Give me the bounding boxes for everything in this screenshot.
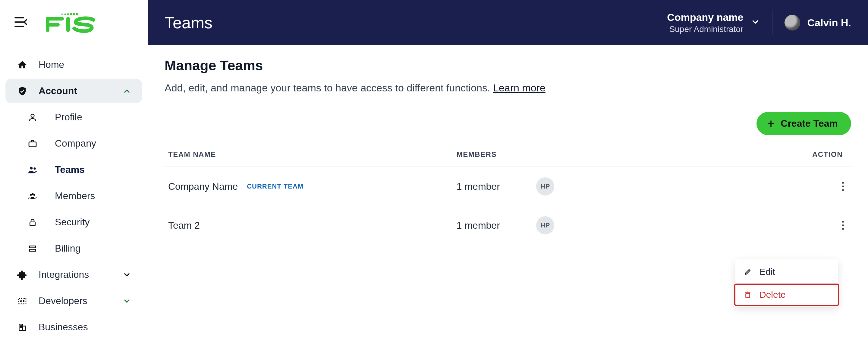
sidebar-item-integrations[interactable]: Integrations bbox=[5, 262, 142, 287]
svg-rect-11 bbox=[29, 142, 36, 147]
main: Teams Company name Super Administrator C… bbox=[148, 0, 868, 362]
sidebar-item-members[interactable]: Members bbox=[5, 184, 142, 208]
svg-point-30 bbox=[842, 189, 844, 191]
menu-collapse-icon bbox=[14, 17, 27, 27]
topbar-title: Teams bbox=[164, 13, 213, 32]
shield-check-icon bbox=[16, 86, 28, 96]
members-count: 1 member bbox=[457, 181, 500, 192]
person-icon bbox=[27, 113, 38, 122]
table-row: Team 2 1 member HP bbox=[164, 206, 851, 245]
chevron-down-icon bbox=[123, 271, 131, 279]
svg-point-3 bbox=[61, 13, 63, 15]
svg-point-10 bbox=[31, 114, 34, 117]
sidebar-item-label: Developers bbox=[38, 295, 87, 306]
svg-point-16 bbox=[32, 193, 34, 195]
svg-point-12 bbox=[30, 167, 33, 169]
avatar bbox=[784, 15, 800, 30]
row-actions-menu: Edit Delete bbox=[735, 259, 838, 306]
briefcase-icon bbox=[27, 139, 38, 148]
svg-rect-19 bbox=[30, 249, 36, 251]
sidebar-item-label: Integrations bbox=[38, 269, 89, 280]
svg-rect-17 bbox=[30, 222, 35, 226]
current-team-badge: CURRENT TEAM bbox=[247, 183, 304, 190]
svg-point-32 bbox=[842, 224, 844, 226]
sidebar-item-businesses[interactable]: Businesses bbox=[5, 315, 142, 339]
svg-point-7 bbox=[73, 13, 75, 16]
user-name: Calvin H. bbox=[807, 17, 851, 29]
col-team-name: TEAM NAME bbox=[164, 142, 453, 167]
chevron-down-icon bbox=[123, 297, 131, 305]
members-count: 1 member bbox=[457, 220, 500, 231]
svg-rect-18 bbox=[30, 246, 36, 248]
member-avatar: HP bbox=[536, 216, 554, 234]
sidebar-item-label: Businesses bbox=[38, 322, 88, 333]
row-actions-button[interactable] bbox=[838, 178, 847, 195]
teams-table: TEAM NAME MEMBERS ACTION Company Name CU… bbox=[164, 142, 851, 245]
puzzle-icon bbox=[16, 270, 28, 280]
svg-point-33 bbox=[842, 228, 844, 230]
chevron-down-icon bbox=[751, 18, 760, 28]
create-team-label: Create Team bbox=[781, 118, 838, 129]
sidebar: Home Account Profile bbox=[0, 0, 148, 362]
plus-icon bbox=[767, 119, 775, 128]
company-switcher[interactable]: Company name Super Administrator bbox=[667, 11, 760, 34]
col-action: ACTION bbox=[769, 142, 851, 167]
svg-rect-22 bbox=[23, 326, 25, 331]
sidebar-item-billing[interactable]: Billing bbox=[5, 236, 142, 261]
svg-point-28 bbox=[842, 182, 844, 184]
trash-icon bbox=[744, 290, 752, 299]
company-name: Company name bbox=[667, 11, 743, 24]
group-icon bbox=[27, 191, 38, 201]
page-subtitle-text: Add, edit, and manage your teams to have… bbox=[164, 82, 493, 93]
content: Manage Teams Add, edit, and manage your … bbox=[148, 45, 868, 257]
svg-point-6 bbox=[70, 13, 72, 15]
home-icon bbox=[16, 60, 28, 70]
svg-point-4 bbox=[64, 13, 66, 15]
sidebar-top bbox=[0, 0, 147, 45]
svg-point-13 bbox=[33, 167, 36, 170]
page-subtitle: Add, edit, and manage your teams to have… bbox=[164, 82, 851, 94]
svg-point-14 bbox=[30, 194, 32, 196]
people-icon bbox=[27, 165, 38, 175]
sidebar-item-company[interactable]: Company bbox=[5, 131, 142, 156]
user-menu[interactable]: Calvin H. bbox=[784, 15, 851, 30]
menu-item-edit[interactable]: Edit bbox=[735, 261, 838, 282]
sidebar-item-teams[interactable]: Teams bbox=[5, 158, 142, 182]
sidebar-item-security[interactable]: Security bbox=[5, 210, 142, 234]
team-name: Team 2 bbox=[168, 220, 200, 231]
sidebar-item-home[interactable]: Home bbox=[5, 53, 142, 77]
col-members: MEMBERS bbox=[453, 142, 769, 167]
svg-point-5 bbox=[67, 13, 69, 15]
create-team-button[interactable]: Create Team bbox=[756, 112, 851, 135]
sidebar-item-label: Billing bbox=[55, 243, 81, 254]
fis-logo-icon bbox=[45, 12, 96, 33]
more-vertical-icon bbox=[841, 181, 844, 192]
member-avatar: HP bbox=[536, 177, 554, 195]
company-block: Company name Super Administrator bbox=[667, 11, 743, 34]
code-box-icon bbox=[16, 296, 28, 306]
sidebar-item-label: Teams bbox=[55, 164, 85, 175]
table-row: Company Name CURRENT TEAM 1 member HP bbox=[164, 167, 851, 206]
menu-item-label: Delete bbox=[760, 289, 786, 300]
row-actions-button[interactable] bbox=[838, 217, 847, 233]
learn-more-link[interactable]: Learn more bbox=[493, 82, 546, 93]
sidebar-nav: Home Account Profile bbox=[0, 45, 147, 339]
menu-toggle-button[interactable] bbox=[14, 17, 27, 29]
menu-item-delete[interactable]: Delete bbox=[734, 284, 839, 306]
sidebar-item-label: Home bbox=[38, 59, 64, 70]
team-name: Company Name bbox=[168, 181, 238, 192]
building-icon bbox=[16, 323, 28, 332]
sidebar-item-developers[interactable]: Developers bbox=[5, 289, 142, 313]
topbar: Teams Company name Super Administrator C… bbox=[148, 0, 868, 45]
topbar-divider bbox=[772, 10, 772, 35]
brand-logo[interactable] bbox=[45, 12, 96, 33]
svg-point-15 bbox=[33, 194, 35, 196]
sidebar-item-profile[interactable]: Profile bbox=[5, 105, 142, 130]
sidebar-item-label: Profile bbox=[55, 112, 82, 123]
pencil-icon bbox=[744, 268, 752, 276]
sidebar-item-account[interactable]: Account bbox=[5, 79, 142, 103]
lock-icon bbox=[27, 218, 38, 227]
sidebar-item-label: Security bbox=[55, 217, 90, 228]
menu-item-label: Edit bbox=[760, 267, 775, 277]
sidebar-item-label: Company bbox=[55, 138, 96, 149]
